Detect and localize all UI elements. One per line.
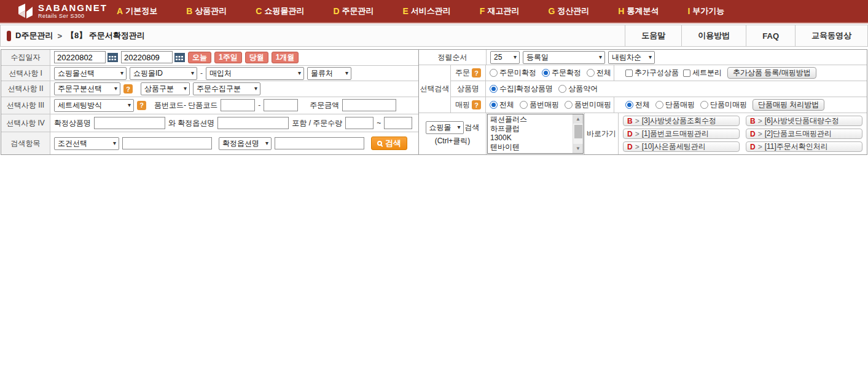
nav-item-settlement-mgmt[interactable]: G 정산관리 (548, 6, 589, 17)
nav-letter: H (618, 6, 624, 16)
order-type-select[interactable]: 주문구분선택 (54, 82, 120, 95)
scroll-down-icon[interactable]: ▼ (573, 144, 584, 153)
video-button[interactable]: 교육동영상 (795, 25, 867, 46)
radio-label: 주문확정 (552, 68, 581, 78)
shortcut-itemcode-mapping[interactable]: D>[1]품번코드매핑관리 (623, 129, 740, 139)
magnifier-icon (377, 141, 382, 146)
help-icon[interactable]: ? (472, 100, 481, 109)
nav-letter: B (186, 6, 192, 16)
mall-list-item[interactable]: 텐바이텐 (488, 143, 573, 152)
date-to-input[interactable] (121, 51, 173, 63)
radio-order-all[interactable]: 전체 (587, 68, 611, 78)
nav-item-extra-features[interactable]: I 부가기능 (687, 6, 724, 17)
checkbox-set-split[interactable]: 세트분리 (683, 68, 722, 78)
mall-select[interactable]: 쇼핑몰선택 (54, 67, 127, 80)
confirm-product-name-input[interactable] (94, 117, 165, 129)
shortcut-unitcode-mapping[interactable]: D>[2]단품코드매핑관리 (746, 129, 862, 139)
search-button[interactable]: 검색 (371, 137, 407, 150)
sort-count-select[interactable]: 25 (490, 51, 520, 64)
confirm-option-field-select[interactable]: 확정옵션명 (219, 137, 272, 150)
mall-list-item[interactable]: 1300K (488, 133, 573, 143)
date-from-input[interactable] (54, 51, 106, 63)
mall-list-item[interactable]: 패션플러스 (488, 115, 573, 124)
nav-item-service-mgmt[interactable]: E 서비스관리 (403, 6, 451, 17)
radio-label: 전체 (596, 68, 611, 78)
mall-id-select[interactable]: 쇼핑몰ID (130, 67, 197, 80)
search-keyword-input[interactable] (122, 137, 212, 149)
nav-item-order-mgmt[interactable]: D 주문관리 (333, 6, 373, 17)
shortcut-unit-bulk-edit[interactable]: B>[6]사방넷단품대량수정 (746, 116, 862, 126)
sort-field-select[interactable]: 등록일 (523, 51, 605, 64)
nav-label: 정산관리 (557, 6, 589, 17)
product-type-select[interactable]: 상품구분 (141, 82, 190, 95)
mall-list-item[interactable]: 하프클럽 (488, 124, 573, 133)
help-icon[interactable]: ? (472, 68, 481, 77)
shortcut-order-confirm-process[interactable]: D>[11]주문서확인처리 (746, 141, 862, 152)
sabangnet-logo[interactable]: SABANGNET Retails Ser S300 (17, 3, 109, 19)
breadcrumb-section[interactable]: D주문관리 (15, 30, 53, 41)
qty-to-input[interactable] (384, 117, 412, 129)
shortcut-letter: D (750, 130, 756, 138)
supplier-select[interactable]: 매입처 (206, 67, 304, 80)
radio-icon (520, 101, 528, 109)
add-product-mapping-help-button[interactable]: 추가상품 등록/매핑방법 (727, 67, 816, 79)
shortcut-arrow: > (758, 130, 762, 138)
radio-name-collect-confirm[interactable]: 수집|확정상품명 (490, 84, 553, 94)
nav-item-basic-info[interactable]: A 기본정보 (117, 6, 157, 17)
code-range-dash: - (258, 101, 260, 109)
radio-itemcode-mapped[interactable]: 품번매핑 (520, 100, 559, 110)
calendar-icon[interactable] (108, 53, 118, 62)
radio-unitcode-all[interactable]: 전체 (625, 100, 650, 110)
usage-button[interactable]: 이용방법 (681, 25, 746, 46)
radio-label: 품번매핑 (530, 100, 559, 110)
faq-button[interactable]: FAQ (746, 25, 795, 46)
option4-label: 선택사항 IV (1, 114, 50, 132)
scrollbar[interactable]: ▲ ▼ (573, 114, 583, 153)
help-icon[interactable]: ? (137, 101, 146, 110)
one-week-button[interactable]: 1주일 (214, 52, 242, 63)
shortcut-arrow: > (758, 117, 762, 125)
help-icon[interactable]: ? (123, 84, 133, 93)
order-collect-type-select[interactable]: 주문수집구분 (193, 82, 260, 95)
radio-order-unconfirmed[interactable]: 주문미확정 (490, 68, 536, 78)
calendar-icon[interactable] (174, 53, 185, 62)
shortcut-arrow: > (635, 130, 639, 138)
unit-mapping-help-button[interactable]: 단품매핑 처리방법 (753, 99, 824, 111)
radio-unitcode-unmapped[interactable]: 단품미매핑 (700, 100, 747, 110)
order-amount-input[interactable] (342, 99, 396, 111)
radio-unitcode-mapped[interactable]: 단품매핑 (655, 100, 695, 110)
nav-item-inventory-mgmt[interactable]: F 재고관리 (480, 6, 520, 17)
shortcut-product-view-edit[interactable]: B>[3]사방넷상품조회수정 (623, 116, 740, 126)
radio-label: 수집|확정상품명 (499, 84, 553, 94)
unit-code-input[interactable] (264, 99, 298, 111)
sort-order-select[interactable]: 내림차순 (608, 51, 655, 64)
shortcut-gift-setting[interactable]: D>[10]사은품세팅관리 (623, 141, 740, 152)
option2-row: 선택사항 II 주문구분선택 ? 상품구분 주문수집구분 (1, 81, 418, 97)
nav-item-stats-analysis[interactable]: H 통계분석 (618, 6, 659, 17)
set-setting-select[interactable]: 세트세팅방식 (54, 99, 134, 112)
logistics-select[interactable]: 물류처 (307, 67, 351, 80)
this-month-button[interactable]: 당월 (245, 52, 268, 63)
nav-item-mall-mgmt[interactable]: C 쇼핑몰관리 (256, 6, 304, 17)
scroll-up-icon[interactable]: ▲ (573, 114, 584, 124)
nav-letter: E (403, 6, 409, 16)
mall-search-select[interactable]: 쇼핑몰 (426, 121, 464, 134)
help-button[interactable]: 도움말 (625, 25, 681, 46)
option-keyword-input[interactable] (275, 137, 364, 149)
condition-select[interactable]: 조건선택 (54, 137, 119, 150)
item-code-input[interactable] (221, 99, 255, 111)
today-button[interactable]: 오늘 (188, 52, 211, 63)
mall-listbox[interactable]: 패션플러스 하프클럽 1300K 텐바이텐 ▲ ▼ (487, 114, 584, 154)
checkbox-add-composition[interactable]: 추가구성상품 (625, 68, 679, 78)
nav-item-product-mgmt[interactable]: B 상품관리 (186, 6, 227, 17)
qty-from-input[interactable] (345, 117, 373, 129)
product-name-row: 상품명 수집|확정상품명 상품약어 (451, 81, 867, 97)
radio-name-abbr[interactable]: 상품약어 (558, 84, 598, 94)
confirm-option-name-input[interactable] (217, 117, 289, 129)
radio-itemcode-unmapped[interactable]: 품번미매핑 (565, 100, 611, 110)
radio-itemcode-all[interactable]: 전체 (490, 100, 514, 110)
radio-order-confirmed[interactable]: 주문확정 (542, 68, 581, 78)
logo-title: SABANGNET (38, 3, 108, 12)
scroll-thumb[interactable] (574, 125, 582, 138)
one-month-button[interactable]: 1개월 (272, 52, 299, 63)
